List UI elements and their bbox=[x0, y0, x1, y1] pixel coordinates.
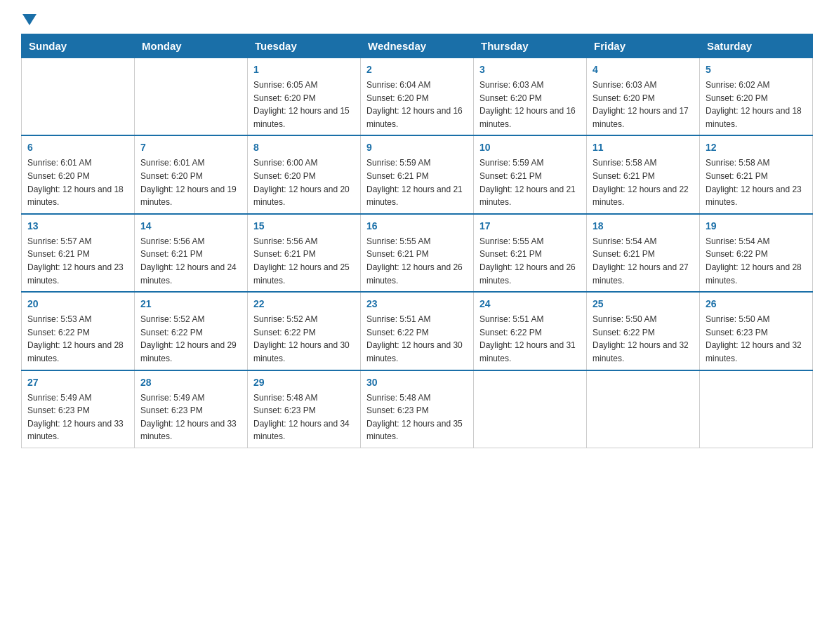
day-info: Sunrise: 6:03 AMSunset: 6:20 PMDaylight:… bbox=[479, 79, 581, 130]
day-number: 10 bbox=[479, 140, 581, 155]
day-info: Sunrise: 5:51 AMSunset: 6:22 PMDaylight:… bbox=[366, 313, 468, 365]
weekday-header-thursday: Thursday bbox=[474, 34, 587, 58]
page-header bbox=[21, 14, 813, 27]
day-number: 5 bbox=[706, 62, 807, 77]
calendar-day-27: 27Sunrise: 5:49 AMSunset: 6:23 PMDayligh… bbox=[22, 370, 135, 448]
day-number: 13 bbox=[27, 219, 128, 234]
calendar-day-16: 16Sunrise: 5:55 AMSunset: 6:21 PMDayligh… bbox=[361, 214, 474, 292]
calendar-week-row: 1Sunrise: 6:05 AMSunset: 6:20 PMDaylight… bbox=[22, 58, 813, 136]
calendar-day-22: 22Sunrise: 5:52 AMSunset: 6:22 PMDayligh… bbox=[248, 292, 361, 370]
day-info: Sunrise: 5:57 AMSunset: 6:21 PMDaylight:… bbox=[27, 235, 128, 287]
calendar-day-3: 3Sunrise: 6:03 AMSunset: 6:20 PMDaylight… bbox=[474, 58, 587, 136]
calendar-week-row: 20Sunrise: 5:53 AMSunset: 6:22 PMDayligh… bbox=[22, 292, 813, 370]
day-number: 6 bbox=[27, 140, 128, 155]
calendar-day-24: 24Sunrise: 5:51 AMSunset: 6:22 PMDayligh… bbox=[474, 292, 587, 370]
day-number: 14 bbox=[140, 219, 241, 234]
day-number: 27 bbox=[27, 375, 128, 390]
day-number: 23 bbox=[366, 297, 468, 311]
day-info: Sunrise: 6:01 AMSunset: 6:20 PMDaylight:… bbox=[27, 156, 128, 208]
calendar-header-row: SundayMondayTuesdayWednesdayThursdayFrid… bbox=[22, 34, 813, 58]
day-info: Sunrise: 5:52 AMSunset: 6:22 PMDaylight:… bbox=[253, 313, 355, 365]
calendar-day-11: 11Sunrise: 5:58 AMSunset: 6:21 PMDayligh… bbox=[587, 135, 700, 213]
day-info: Sunrise: 6:02 AMSunset: 6:20 PMDaylight:… bbox=[706, 79, 807, 130]
day-info: Sunrise: 5:59 AMSunset: 6:21 PMDaylight:… bbox=[479, 156, 581, 208]
calendar-day-6: 6Sunrise: 6:01 AMSunset: 6:20 PMDaylight… bbox=[22, 135, 135, 213]
day-info: Sunrise: 5:56 AMSunset: 6:21 PMDaylight:… bbox=[140, 235, 241, 287]
calendar-day-13: 13Sunrise: 5:57 AMSunset: 6:21 PMDayligh… bbox=[22, 214, 135, 292]
day-number: 12 bbox=[706, 140, 807, 155]
day-info: Sunrise: 5:58 AMSunset: 6:21 PMDaylight:… bbox=[706, 156, 807, 208]
calendar-day-8: 8Sunrise: 6:00 AMSunset: 6:20 PMDaylight… bbox=[248, 135, 361, 213]
day-info: Sunrise: 5:54 AMSunset: 6:21 PMDaylight:… bbox=[593, 235, 694, 287]
day-number: 3 bbox=[479, 62, 581, 77]
day-number: 18 bbox=[593, 219, 694, 234]
day-number: 9 bbox=[366, 140, 468, 155]
weekday-header-monday: Monday bbox=[135, 34, 248, 58]
weekday-header-wednesday: Wednesday bbox=[361, 34, 474, 58]
day-number: 4 bbox=[593, 62, 694, 77]
calendar-table: SundayMondayTuesdayWednesdayThursdayFrid… bbox=[21, 34, 813, 448]
day-number: 24 bbox=[479, 297, 581, 311]
weekday-header-sunday: Sunday bbox=[22, 34, 135, 58]
day-number: 25 bbox=[593, 297, 694, 311]
calendar-week-row: 6Sunrise: 6:01 AMSunset: 6:20 PMDaylight… bbox=[22, 135, 813, 213]
calendar-empty-cell bbox=[135, 58, 248, 136]
calendar-day-5: 5Sunrise: 6:02 AMSunset: 6:20 PMDaylight… bbox=[700, 58, 813, 136]
logo bbox=[21, 14, 37, 27]
day-number: 11 bbox=[593, 140, 694, 155]
calendar-day-20: 20Sunrise: 5:53 AMSunset: 6:22 PMDayligh… bbox=[22, 292, 135, 370]
calendar-day-2: 2Sunrise: 6:04 AMSunset: 6:20 PMDaylight… bbox=[361, 58, 474, 136]
day-number: 28 bbox=[140, 375, 241, 390]
calendar-empty-cell bbox=[587, 370, 700, 448]
day-number: 8 bbox=[253, 140, 355, 155]
day-info: Sunrise: 5:55 AMSunset: 6:21 PMDaylight:… bbox=[479, 235, 581, 287]
day-number: 15 bbox=[253, 219, 355, 234]
calendar-day-26: 26Sunrise: 5:50 AMSunset: 6:23 PMDayligh… bbox=[700, 292, 813, 370]
logo-triangle-icon bbox=[22, 14, 37, 25]
day-info: Sunrise: 5:48 AMSunset: 6:23 PMDaylight:… bbox=[366, 391, 468, 443]
calendar-day-14: 14Sunrise: 5:56 AMSunset: 6:21 PMDayligh… bbox=[135, 214, 248, 292]
calendar-day-18: 18Sunrise: 5:54 AMSunset: 6:21 PMDayligh… bbox=[587, 214, 700, 292]
day-number: 16 bbox=[366, 219, 468, 234]
day-info: Sunrise: 5:59 AMSunset: 6:21 PMDaylight:… bbox=[366, 156, 468, 208]
calendar-week-row: 27Sunrise: 5:49 AMSunset: 6:23 PMDayligh… bbox=[22, 370, 813, 448]
calendar-day-9: 9Sunrise: 5:59 AMSunset: 6:21 PMDaylight… bbox=[361, 135, 474, 213]
day-info: Sunrise: 5:56 AMSunset: 6:21 PMDaylight:… bbox=[253, 235, 355, 287]
day-number: 29 bbox=[253, 375, 355, 390]
calendar-day-25: 25Sunrise: 5:50 AMSunset: 6:22 PMDayligh… bbox=[587, 292, 700, 370]
weekday-header-tuesday: Tuesday bbox=[248, 34, 361, 58]
day-info: Sunrise: 6:03 AMSunset: 6:20 PMDaylight:… bbox=[593, 79, 694, 130]
day-info: Sunrise: 5:49 AMSunset: 6:23 PMDaylight:… bbox=[140, 391, 241, 443]
calendar-empty-cell bbox=[22, 58, 135, 136]
calendar-day-29: 29Sunrise: 5:48 AMSunset: 6:23 PMDayligh… bbox=[248, 370, 361, 448]
calendar-day-30: 30Sunrise: 5:48 AMSunset: 6:23 PMDayligh… bbox=[361, 370, 474, 448]
day-number: 21 bbox=[140, 297, 241, 311]
calendar-day-4: 4Sunrise: 6:03 AMSunset: 6:20 PMDaylight… bbox=[587, 58, 700, 136]
day-number: 2 bbox=[366, 62, 468, 77]
calendar-day-12: 12Sunrise: 5:58 AMSunset: 6:21 PMDayligh… bbox=[700, 135, 813, 213]
day-number: 30 bbox=[366, 375, 468, 390]
day-info: Sunrise: 6:01 AMSunset: 6:20 PMDaylight:… bbox=[140, 156, 241, 208]
day-info: Sunrise: 5:55 AMSunset: 6:21 PMDaylight:… bbox=[366, 235, 468, 287]
calendar-day-28: 28Sunrise: 5:49 AMSunset: 6:23 PMDayligh… bbox=[135, 370, 248, 448]
day-number: 22 bbox=[253, 297, 355, 311]
day-info: Sunrise: 5:54 AMSunset: 6:22 PMDaylight:… bbox=[706, 235, 807, 287]
day-info: Sunrise: 5:50 AMSunset: 6:22 PMDaylight:… bbox=[593, 313, 694, 365]
calendar-day-23: 23Sunrise: 5:51 AMSunset: 6:22 PMDayligh… bbox=[361, 292, 474, 370]
day-number: 17 bbox=[479, 219, 581, 234]
day-number: 26 bbox=[706, 297, 807, 311]
day-info: Sunrise: 5:49 AMSunset: 6:23 PMDaylight:… bbox=[27, 391, 128, 443]
day-info: Sunrise: 5:58 AMSunset: 6:21 PMDaylight:… bbox=[593, 156, 694, 208]
day-info: Sunrise: 5:53 AMSunset: 6:22 PMDaylight:… bbox=[27, 313, 128, 365]
day-number: 20 bbox=[27, 297, 128, 311]
day-info: Sunrise: 5:50 AMSunset: 6:23 PMDaylight:… bbox=[706, 313, 807, 365]
calendar-empty-cell bbox=[700, 370, 813, 448]
calendar-day-10: 10Sunrise: 5:59 AMSunset: 6:21 PMDayligh… bbox=[474, 135, 587, 213]
weekday-header-friday: Friday bbox=[587, 34, 700, 58]
day-info: Sunrise: 5:52 AMSunset: 6:22 PMDaylight:… bbox=[140, 313, 241, 365]
day-number: 1 bbox=[253, 62, 355, 77]
weekday-header-saturday: Saturday bbox=[700, 34, 813, 58]
calendar-empty-cell bbox=[474, 370, 587, 448]
calendar-day-15: 15Sunrise: 5:56 AMSunset: 6:21 PMDayligh… bbox=[248, 214, 361, 292]
day-info: Sunrise: 6:05 AMSunset: 6:20 PMDaylight:… bbox=[253, 79, 355, 130]
